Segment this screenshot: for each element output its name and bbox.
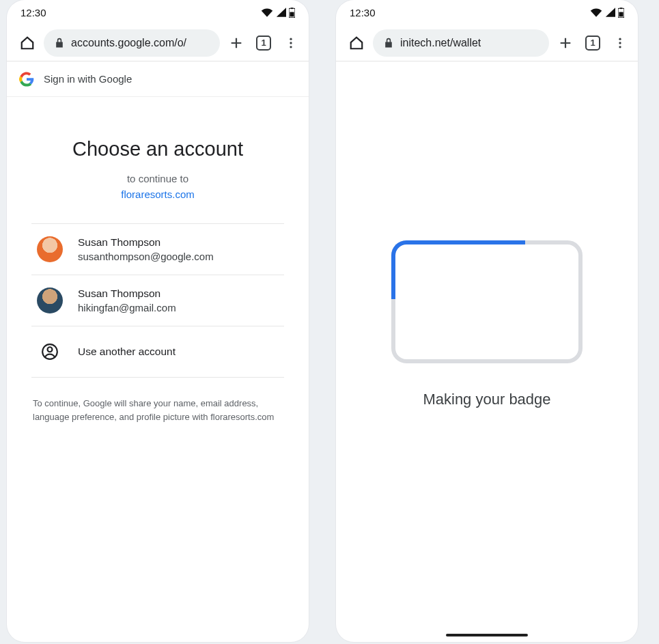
svg-rect-2 <box>290 12 294 16</box>
avatar <box>37 236 63 262</box>
google-logo-icon <box>19 72 34 87</box>
wifi-icon <box>590 8 602 17</box>
lock-icon <box>384 38 393 48</box>
home-icon[interactable] <box>16 32 38 54</box>
status-time: 12:30 <box>350 7 376 18</box>
subtitle: to continue to floraresorts.com <box>31 173 284 200</box>
loading-status-text: Making your badge <box>423 391 550 408</box>
battery-icon <box>618 8 624 18</box>
status-time: 12:30 <box>20 7 46 18</box>
home-icon[interactable] <box>346 32 367 54</box>
status-icons <box>261 8 295 18</box>
battery-icon <box>289 8 295 18</box>
badge-loading-card <box>391 240 583 363</box>
phone-screen-2: 12:30 initech.net/wallet 1 Making your b… <box>336 0 638 642</box>
account-item[interactable]: Susan Thompson susanthompson@google.com <box>31 223 284 275</box>
overflow-menu-icon[interactable] <box>280 32 302 54</box>
account-email: susanthompson@google.com <box>78 251 214 262</box>
signin-header-label: Sign in with Google <box>44 73 132 85</box>
subtitle-text: to continue to <box>127 173 188 184</box>
consent-footnote: To continue, Google will share your name… <box>31 397 284 423</box>
account-item[interactable]: Susan Thompson hikingfan@gmail.com <box>31 275 284 326</box>
tab-switcher-icon[interactable]: 1 <box>582 32 604 54</box>
tab-count: 1 <box>585 36 600 51</box>
status-bar: 12:30 <box>7 0 309 25</box>
wifi-icon <box>261 8 273 17</box>
avatar <box>37 288 63 313</box>
relying-party-link[interactable]: floraresorts.com <box>31 188 284 200</box>
url-bar[interactable]: accounts.google.com/o/ <box>44 29 220 57</box>
status-icons <box>590 8 624 18</box>
use-another-label: Use another account <box>78 346 176 358</box>
account-name: Susan Thompson <box>78 288 176 300</box>
tab-switcher-icon[interactable]: 1 <box>253 32 275 54</box>
lock-icon <box>55 38 64 48</box>
account-list: Susan Thompson susanthompson@google.com … <box>31 223 284 378</box>
svg-point-5 <box>290 46 292 48</box>
url-text: initech.net/wallet <box>400 37 481 49</box>
svg-point-4 <box>290 42 292 44</box>
svg-point-12 <box>619 42 621 44</box>
url-text: accounts.google.com/o/ <box>71 37 186 49</box>
main-content: Choose an account to continue to florare… <box>7 97 309 423</box>
svg-rect-1 <box>291 8 294 9</box>
svg-rect-10 <box>619 12 623 16</box>
tab-count: 1 <box>256 36 271 51</box>
main-content: Making your badge <box>336 61 638 642</box>
phone-screen-1: 12:30 accounts.google.com/o/ 1 <box>7 0 309 642</box>
nav-home-indicator[interactable] <box>446 634 528 636</box>
page-title: Choose an account <box>31 138 284 160</box>
account-name: Susan Thompson <box>78 236 214 249</box>
svg-point-13 <box>619 46 621 48</box>
svg-point-7 <box>48 347 53 352</box>
svg-rect-9 <box>620 8 623 9</box>
signin-header: Sign in with Google <box>7 61 309 97</box>
cell-icon <box>276 8 286 17</box>
account-email: hikingfan@gmail.com <box>78 302 176 313</box>
browser-toolbar: initech.net/wallet 1 <box>336 25 638 61</box>
cell-icon <box>605 8 615 17</box>
new-tab-icon[interactable] <box>225 32 247 54</box>
svg-point-3 <box>290 38 292 40</box>
status-bar: 12:30 <box>336 0 638 25</box>
use-another-account[interactable]: Use another account <box>31 326 284 378</box>
person-icon <box>37 339 63 365</box>
browser-toolbar: accounts.google.com/o/ 1 <box>7 25 309 61</box>
url-bar[interactable]: initech.net/wallet <box>373 29 549 57</box>
new-tab-icon[interactable] <box>555 32 576 54</box>
overflow-menu-icon[interactable] <box>609 32 631 54</box>
svg-point-11 <box>619 38 621 40</box>
